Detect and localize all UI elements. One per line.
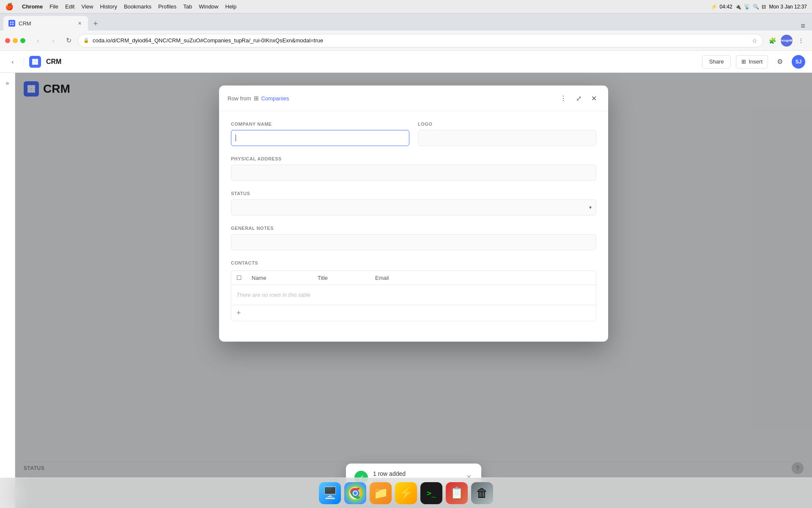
- modal-overlay[interactable]: Row from ⊞ Companies ⋮ ⤢ ✕: [15, 73, 812, 508]
- modal-dialog: Row from ⊞ Companies ⋮ ⤢ ✕: [219, 86, 608, 342]
- menubar-bookmarks[interactable]: Bookmarks: [124, 3, 151, 10]
- wifi-icon: 📡: [744, 4, 750, 10]
- app-header-right: Share ⊞ Insert ⚙ SJ: [702, 55, 805, 69]
- window-close-button[interactable]: [5, 38, 10, 43]
- search-icon[interactable]: 🔍: [753, 4, 759, 10]
- contacts-col-name: Name: [252, 275, 311, 281]
- extensions-icon[interactable]: 🧩: [766, 35, 778, 47]
- chrome-options-button[interactable]: ⋮: [795, 35, 807, 47]
- sidebar-toggle-button[interactable]: ‹: [7, 56, 19, 68]
- modal-header-title: Row from ⊞ Companies: [228, 95, 289, 102]
- crm-tab[interactable]: CRM ✕: [3, 16, 88, 30]
- address-text[interactable]: coda.io/d/CRM_dyiod64_QNC/CRM_suZuO#Comp…: [93, 37, 749, 44]
- svg-rect-8: [35, 62, 38, 65]
- battery-time: 04:42: [720, 4, 732, 10]
- user-avatar[interactable]: SJ: [792, 55, 805, 69]
- chrome-window: CRM ✕ + ≡ ‹ › ↻ 🔒 coda.io/d/CRM_dyiod64_…: [0, 14, 812, 508]
- form-row-address: PHYSICAL ADDRESS: [231, 156, 596, 181]
- dock-files[interactable]: 📁: [370, 482, 392, 504]
- menubar-help[interactable]: Help: [225, 3, 237, 10]
- physical-address-label: PHYSICAL ADDRESS: [231, 156, 596, 161]
- physical-address-input[interactable]: [231, 165, 596, 181]
- modal-more-button[interactable]: ⋮: [557, 92, 569, 104]
- control-center-icon[interactable]: ⊟: [762, 4, 766, 10]
- dock-terminal[interactable]: >_: [420, 482, 442, 504]
- form-row-status: STATUS ▾: [231, 191, 596, 215]
- contacts-section: CONTACTS ☐ Name Title Email There are no…: [231, 260, 596, 321]
- dock: 🖥️ 📁 ⚡ >_ 📋 🗑: [0, 478, 812, 508]
- menubar-view[interactable]: View: [81, 3, 93, 10]
- svg-rect-4: [12, 24, 14, 25]
- content-area: » CRM: [0, 73, 812, 508]
- text-cursor: [236, 135, 236, 141]
- share-button[interactable]: Share: [702, 55, 731, 69]
- menubar-time: Mon 3 Jan 12:37: [769, 4, 807, 10]
- dock-chrome[interactable]: [344, 482, 366, 504]
- svg-rect-2: [12, 22, 14, 23]
- modal-header-actions: ⋮ ⤢ ✕: [557, 92, 600, 104]
- forward-button[interactable]: ›: [47, 35, 59, 47]
- form-row-company: COMPANY NAME LOGO: [231, 121, 596, 146]
- menubar-profiles[interactable]: Profiles: [158, 3, 176, 10]
- insert-grid-icon: ⊞: [741, 58, 746, 65]
- general-notes-input[interactable]: [231, 234, 596, 250]
- logo-label: LOGO: [418, 121, 596, 127]
- app-title: CRM: [46, 58, 61, 66]
- company-name-input[interactable]: [231, 130, 409, 146]
- tab-close-button[interactable]: ✕: [76, 20, 83, 27]
- window-maximize-button[interactable]: [20, 38, 25, 43]
- help-button[interactable]: ?: [792, 462, 804, 474]
- svg-rect-7: [32, 62, 35, 65]
- svg-rect-0: [9, 21, 14, 26]
- menubar-file[interactable]: File: [49, 3, 58, 10]
- contacts-col-email: Email: [375, 275, 443, 281]
- sidebar-expand-button[interactable]: »: [3, 78, 13, 88]
- company-name-field: COMPANY NAME: [231, 121, 409, 146]
- physical-address-field: PHYSICAL ADDRESS: [231, 156, 596, 181]
- menubar: 🍎 Chrome File Edit View History Bookmark…: [0, 0, 812, 14]
- app-logo: [29, 56, 41, 68]
- menubar-right: ⚡ 04:42 🔌 📡 🔍 ⊟ Mon 3 Jan 12:37: [711, 4, 807, 10]
- browser-toolbar: ‹ › ↻ 🔒 coda.io/d/CRM_dyiod64_QNC/CRM_su…: [0, 30, 812, 51]
- bookmark-star-icon[interactable]: ☆: [752, 37, 757, 44]
- logo-field: LOGO: [418, 121, 596, 146]
- contacts-col-title: Title: [318, 275, 368, 281]
- svg-rect-1: [10, 22, 11, 23]
- address-bar[interactable]: 🔒 coda.io/d/CRM_dyiod64_QNC/CRM_suZuO#Co…: [78, 34, 763, 47]
- back-button[interactable]: ‹: [32, 35, 44, 47]
- insert-button[interactable]: ⊞ Insert: [736, 55, 768, 69]
- incognito-profile-button[interactable]: Incognito: [781, 35, 793, 47]
- contacts-table: ☐ Name Title Email There are no rows in …: [231, 271, 596, 321]
- status-field: STATUS ▾: [231, 191, 596, 215]
- tab-title: CRM: [19, 20, 31, 27]
- dock-bolt[interactable]: ⚡: [395, 482, 417, 504]
- svg-rect-6: [35, 59, 38, 62]
- menubar-window[interactable]: Window: [199, 3, 218, 10]
- add-contact-button[interactable]: +: [231, 305, 596, 321]
- apple-menu[interactable]: 🍎: [5, 3, 14, 11]
- menubar-edit[interactable]: Edit: [65, 3, 74, 10]
- logo-input[interactable]: [418, 130, 596, 146]
- company-name-label: COMPANY NAME: [231, 121, 409, 127]
- settings-button[interactable]: ⚙: [773, 55, 787, 69]
- menubar-chrome[interactable]: Chrome: [22, 3, 43, 10]
- new-tab-button[interactable]: +: [90, 18, 102, 30]
- modal-close-button[interactable]: ✕: [588, 92, 600, 104]
- modal-expand-button[interactable]: ⤢: [573, 92, 584, 104]
- menubar-history[interactable]: History: [100, 3, 117, 10]
- contacts-empty-message: There are no rows in this table: [231, 285, 596, 305]
- row-from-label: Row from: [228, 95, 251, 102]
- table-name[interactable]: Companies: [261, 95, 289, 102]
- status-select[interactable]: ▾: [231, 199, 596, 215]
- dock-trash[interactable]: 🗑: [471, 482, 493, 504]
- window-minimize-button[interactable]: [13, 38, 18, 43]
- form-row-notes: GENERAL NOTES: [231, 226, 596, 250]
- chrome-menu-icon[interactable]: ≡: [801, 22, 805, 30]
- svg-rect-5: [32, 59, 35, 62]
- dock-finder[interactable]: 🖥️: [319, 482, 341, 504]
- app-header: ‹ CRM Share ⊞ Insert ⚙ SJ: [0, 51, 812, 73]
- status-label: STATUS: [231, 191, 596, 196]
- reload-button[interactable]: ↻: [63, 35, 74, 47]
- menubar-tab[interactable]: Tab: [183, 3, 192, 10]
- dock-notes[interactable]: 📋: [446, 482, 468, 504]
